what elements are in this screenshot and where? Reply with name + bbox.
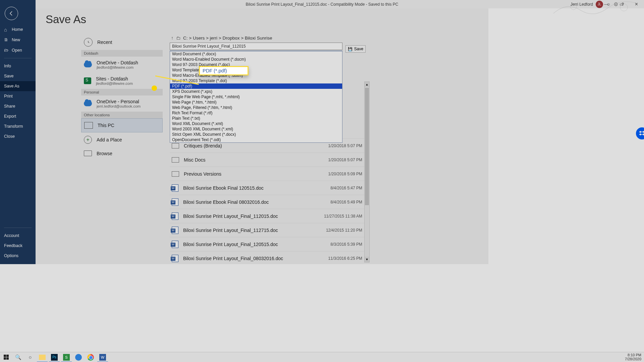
folder-icon	[172, 171, 179, 177]
windows-icon	[4, 355, 9, 360]
nav-print[interactable]: Print	[0, 91, 36, 101]
nav-label: Account	[4, 233, 19, 238]
taskbar-app-chrome[interactable]	[85, 352, 97, 362]
cloud-icon	[84, 62, 92, 67]
nav-transform[interactable]: Transform	[0, 121, 36, 131]
location-add-place[interactable]: + Add a Place	[81, 132, 163, 147]
nav-label: Home	[12, 27, 23, 32]
nav-label: Save As	[4, 84, 19, 88]
file-date: 8/3/2016 5:39 PM	[330, 242, 362, 247]
filetype-option[interactable]: Word Macro-Enabled Document (*.docm)	[170, 57, 342, 62]
file-row[interactable]: Biloxi Sunrise Print Layout_Final_080320…	[170, 251, 364, 265]
search-button[interactable]: 🔍	[12, 352, 24, 362]
filetype-option[interactable]: Single File Web Page (*.mht, *.mhtml)	[170, 94, 342, 100]
folder-row[interactable]: Misc Docs1/20/2018 5:07 PM	[170, 153, 364, 167]
taskbar-app-dropbox[interactable]	[72, 352, 85, 362]
backstage-sidebar: Home New Open Info Save Save As Print Sh…	[0, 0, 36, 264]
restore-button[interactable]: ▭	[614, 0, 629, 8]
location-label: Recent	[97, 40, 112, 45]
taskbar-clock[interactable]: 8:10 PM 7/28/2020	[625, 352, 641, 362]
filetype-option[interactable]: Web Page (*.htm, *.html)	[170, 100, 342, 105]
filetype-dropdown: Word Document (*.docx)Word Macro-Enabled…	[170, 51, 342, 143]
filetype-option[interactable]: Plain Text (*.txt)	[170, 116, 342, 121]
nav-options[interactable]: Options	[0, 251, 36, 261]
folder-icon[interactable]: 🗀	[176, 36, 180, 41]
file-row[interactable]: Biloxi Sunrise Ebook Final 08032016.doc8…	[170, 195, 364, 209]
nav-share[interactable]: Share	[0, 101, 36, 111]
location-sites-dotdash[interactable]: Sites - Dotdashjledford@lifewire.com	[81, 73, 163, 89]
photoshop-icon: Ps	[51, 354, 58, 361]
filetype-option[interactable]: OpenDocument Text (*.odt)	[170, 137, 342, 142]
close-button[interactable]: ✕	[629, 0, 644, 8]
filetype-option[interactable]: XPS Document (*.xps)	[170, 89, 342, 94]
folder-icon	[172, 143, 179, 148]
breadcrumb-path[interactable]: C: > Users > jerri > Dropbox > Biloxi Su…	[183, 36, 272, 41]
document-icon	[4, 37, 9, 42]
save-button[interactable]: Save	[345, 45, 366, 53]
taskbar-app-word[interactable]: W	[97, 352, 109, 362]
file-row[interactable]: Biloxi Sunrise Print Layout_Final_120515…	[170, 237, 364, 251]
file-row[interactable]: Biloxi Sunrise Print Layout_Final_112015…	[170, 209, 364, 223]
filetype-option[interactable]: Strict Open XML Document (*.docx)	[170, 132, 342, 137]
nav-new[interactable]: New	[0, 35, 36, 45]
back-button[interactable]	[5, 7, 18, 20]
scroll-up-icon[interactable]: ▲	[365, 82, 369, 87]
cloud-icon	[84, 101, 92, 106]
filename-input[interactable]	[170, 43, 342, 50]
nav-account[interactable]: Account	[0, 231, 36, 241]
location-onedrive-personal[interactable]: OneDrive - Personaljerri.ledford@outlook…	[81, 96, 163, 112]
locations-header-personal: Personal	[81, 89, 163, 96]
user-account[interactable]: Jerri Ledford JL	[571, 1, 603, 8]
page-title: Save As	[36, 8, 488, 31]
location-this-pc[interactable]: This PC	[81, 118, 163, 132]
file-row[interactable]: Biloxi Sunrise Print Layout_Final_112715…	[170, 223, 364, 237]
file-name: Biloxi Sunrise Ebook Final 120515.doc	[183, 185, 264, 191]
nav-feedback[interactable]: Feedback	[0, 241, 36, 251]
nav-home[interactable]: Home	[0, 24, 36, 35]
file-list: Critiques (Brenda)1/20/2018 5:07 PMMisc …	[170, 138, 364, 265]
content-area: Save As Recent Dotdash OneDrive - Dotdas…	[36, 8, 488, 264]
location-onedrive-dotdash[interactable]: OneDrive - Dotdashjledford@lifewire.com	[81, 57, 163, 73]
filetype-option[interactable]: Word Document (*.docx)	[170, 51, 342, 57]
nav-info[interactable]: Info	[0, 61, 36, 71]
nav-save-as[interactable]: Save As	[0, 81, 36, 91]
file-row[interactable]: Biloxi Sunrise Ebook Final 120515.doc8/4…	[170, 181, 364, 195]
divider	[4, 228, 32, 228]
filetype-option[interactable]: Word Macro-Enabled Template (*.dotm)	[170, 73, 342, 78]
filetype-option[interactable]: Word 97-2003 Template (*.dot)	[170, 78, 342, 83]
location-recent[interactable]: Recent	[81, 35, 163, 50]
nav-open[interactable]: Open	[0, 45, 36, 55]
filetype-option[interactable]: Rich Text Format (*.rtf)	[170, 110, 342, 116]
nav-label: Feedback	[4, 243, 22, 248]
scrollbar[interactable]: ▲ ▼	[364, 81, 370, 262]
dropbox-icon	[75, 354, 82, 361]
word-doc-icon	[172, 184, 178, 192]
filetype-option[interactable]: Word Template (*.dotx)	[170, 67, 342, 73]
nav-label: Open	[12, 48, 22, 53]
folder-icon	[172, 157, 179, 163]
locations-header-dotdash: Dotdash	[81, 50, 163, 57]
location-label: Add a Place	[97, 137, 122, 142]
scroll-thumb[interactable]	[365, 88, 369, 205]
minimize-button[interactable]: —	[599, 0, 614, 8]
user-name: Jerri Ledford	[571, 2, 593, 7]
start-button[interactable]	[0, 352, 12, 362]
location-browse[interactable]: Browse	[81, 147, 163, 160]
taskbar-app-photoshop[interactable]: Ps	[48, 352, 60, 362]
nav-export[interactable]: Export	[0, 111, 36, 121]
taskbar-app-explorer[interactable]	[36, 352, 48, 362]
nav-close[interactable]: Close	[0, 131, 36, 141]
nav-label: Options	[4, 253, 18, 258]
scroll-down-icon[interactable]: ▼	[365, 257, 369, 262]
cortana-button[interactable]: ○	[24, 352, 36, 362]
filetype-option[interactable]: Word 2003 XML Document (*.xml)	[170, 126, 342, 132]
up-arrow-icon[interactable]: ↑	[171, 35, 173, 41]
folder-row[interactable]: Previous Versions1/20/2018 5:09 PM	[170, 167, 364, 181]
taskbar-app-snagit[interactable]: S	[60, 352, 72, 362]
filetype-option[interactable]: Word XML Document (*.xml)	[170, 121, 342, 126]
filetype-option[interactable]: Word 97-2003 Document (*.doc)	[170, 62, 342, 67]
filetype-option[interactable]: Web Page, Filtered (*.htm, *.html)	[170, 105, 342, 110]
dropbox-badge-icon[interactable]	[636, 127, 644, 139]
callout-dot	[152, 85, 157, 91]
nav-save[interactable]: Save	[0, 71, 36, 81]
